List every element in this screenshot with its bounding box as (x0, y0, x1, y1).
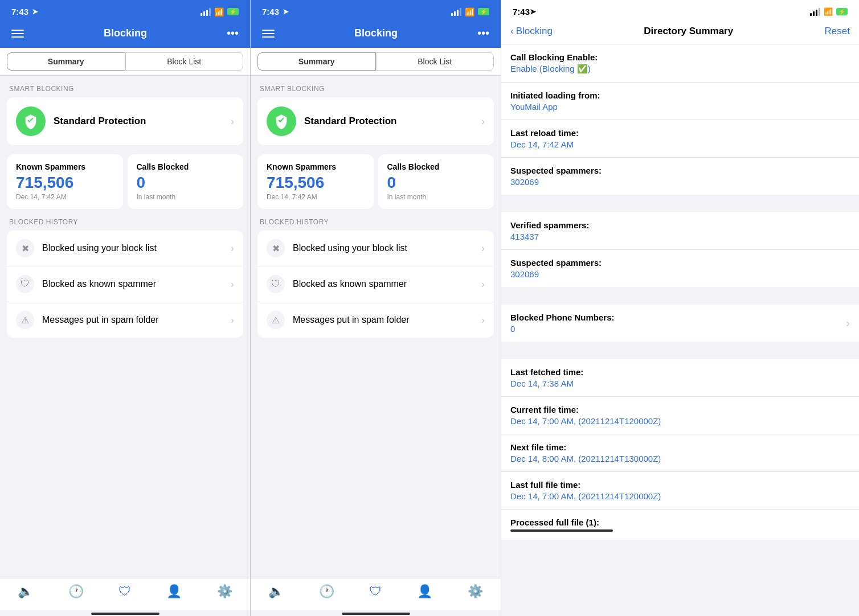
info-row-blocked-phones[interactable]: Blocked Phone Numbers: 0 › (501, 305, 859, 342)
next-file-key: Next file time: (510, 442, 850, 452)
history-label-1-1: Blocked using your block list (42, 243, 223, 253)
tab-summary-1[interactable]: Summary (7, 52, 125, 71)
back-chevron-icon: ‹ (510, 26, 514, 37)
spam-folder-icon-1: ⚠ (16, 311, 34, 329)
history-item-1-1[interactable]: ✖ Blocked using your block list › (7, 231, 243, 266)
info-section-4: Last fetched time: Dec 14, 7:38 AM Curre… (501, 359, 859, 540)
blocked-phones-chevron: › (846, 317, 850, 330)
history-item-2-3[interactable]: ⚠ Messages put in spam folder › (257, 302, 494, 338)
clock-icon-1: 🕐 (68, 584, 84, 599)
bottom-tab-settings-1[interactable]: ⚙️ (217, 584, 232, 599)
next-file-value: Dec 14, 8:00 AM, (20211214T130000Z) (510, 454, 850, 463)
history-chevron-1-1: › (231, 243, 234, 254)
protection-row-2[interactable]: Standard Protection › (257, 97, 494, 145)
smart-blocking-label-2: SMART BLOCKING (257, 85, 494, 93)
info-section-1: Call Blocking Enable: Enable (Blocking ✅… (501, 44, 859, 195)
back-button[interactable]: ‹ Blocking (510, 26, 553, 37)
processed-key: Processed full file (1): (510, 518, 850, 527)
person-icon-2: 👤 (417, 584, 432, 599)
suspected-1-key: Suspected spammers: (510, 166, 850, 175)
hamburger-menu-1[interactable] (11, 30, 24, 38)
info-row-last-full-file: Last full file time: Dec 14, 7:00 AM, (2… (501, 472, 859, 510)
last-full-file-value: Dec 14, 7:00 AM, (20211214T120000Z) (510, 491, 850, 501)
current-file-key: Current file time: (510, 405, 850, 414)
history-item-1-2[interactable]: 🛡 Blocked as known spammer › (7, 266, 243, 302)
bottom-bar-2: 🔈 🕐 🛡 👤 ⚙️ (251, 578, 501, 610)
history-chevron-2-2: › (481, 278, 485, 290)
info-row-current-file: Current file time: Dec 14, 7:00 AM, (202… (501, 397, 859, 434)
history-item-2-1[interactable]: ✖ Blocked using your block list › (257, 231, 494, 266)
phone-panel-1: 7:43 ➤ 📶 ⚡ Blocking ••• Summary Block Li… (0, 0, 251, 616)
nav-title-2: Blocking (354, 27, 398, 39)
bottom-tab-blocking-2[interactable]: 🛡 (369, 584, 382, 599)
more-options-1[interactable]: ••• (227, 27, 239, 40)
battery-icon-2: ⚡ (478, 8, 489, 15)
calls-blocked-card-1: Calls Blocked 0 In last month (128, 154, 244, 209)
spammer-icon-1: 🛡 (16, 275, 34, 293)
info-row-suspected-2: Suspected spammers: 302069 (501, 250, 859, 287)
home-indicator-2 (251, 610, 501, 616)
battery-icon-1: ⚡ (227, 8, 239, 15)
hamburger-menu-2[interactable] (262, 30, 275, 38)
last-full-file-key: Last full file time: (510, 480, 850, 490)
signal-icon-2 (451, 8, 461, 16)
block-list-icon-2: ✖ (267, 239, 285, 257)
tab-summary-2[interactable]: Summary (257, 52, 376, 71)
protection-row-1[interactable]: Standard Protection › (7, 97, 243, 145)
shield-icon-2 (267, 106, 296, 136)
last-fetched-key: Last fetched time: (510, 367, 850, 377)
calls-blocked-value-2: 0 (387, 174, 485, 192)
bottom-tab-voicemail-2[interactable]: 🔈 (268, 584, 284, 599)
protection-label-2: Standard Protection (304, 116, 473, 127)
gear-icon-2: ⚙️ (468, 584, 483, 599)
history-chevron-2-3: › (481, 314, 485, 326)
known-spammers-value-2: 715,506 (267, 174, 365, 192)
bottom-tab-recents-1[interactable]: 🕐 (68, 584, 84, 599)
bottom-tab-settings-2[interactable]: ⚙️ (468, 584, 483, 599)
right-wifi-icon: 📶 (824, 7, 833, 16)
right-nav: ‹ Blocking Directory Summary Reset (501, 21, 859, 44)
bottom-tab-blocking-1[interactable]: 🛡 (118, 584, 131, 599)
history-card-2: ✖ Blocked using your block list › 🛡 Bloc… (257, 231, 494, 338)
person-icon-1: 👤 (166, 584, 182, 599)
initiated-key: Initiated loading from: (510, 91, 850, 100)
bottom-tab-voicemail-1[interactable]: 🔈 (18, 584, 33, 599)
section-divider-3 (501, 342, 859, 359)
info-row-processed: Processed full file (1): (501, 510, 859, 540)
call-blocking-value[interactable]: Enable (Blocking ✅) (510, 64, 850, 74)
protection-card-2: Standard Protection › (257, 97, 494, 145)
right-location-icon: ➤ (530, 7, 536, 16)
tab-blocklist-2[interactable]: Block List (376, 52, 494, 71)
blocked-phones-row-arrow: Blocked Phone Numbers: 0 › (510, 313, 850, 334)
chevron-icon-2: › (481, 116, 485, 128)
suspected-2-value: 302069 (510, 269, 850, 279)
shield-icon-1 (16, 106, 46, 136)
bottom-tab-recents-2[interactable]: 🕐 (319, 584, 334, 599)
stats-row-1: Known Spammers 715,506 Dec 14, 7:42 AM C… (7, 154, 243, 218)
home-indicator-1 (0, 610, 250, 616)
bottom-tab-contacts-2[interactable]: 👤 (417, 584, 432, 599)
voicemail-icon-1: 🔈 (18, 584, 33, 599)
history-label-2-3: Messages put in spam folder (293, 315, 473, 325)
blocked-phones-value: 0 (510, 324, 846, 334)
more-options-2[interactable]: ••• (477, 27, 489, 40)
voicemail-icon-2: 🔈 (268, 584, 284, 599)
known-spammers-sub-2: Dec 14, 7:42 AM (267, 193, 365, 201)
clock-icon-2: 🕐 (319, 584, 334, 599)
smart-blocking-label-1: SMART BLOCKING (7, 85, 243, 93)
reset-button[interactable]: Reset (825, 26, 850, 37)
history-item-2-2[interactable]: 🛡 Blocked as known spammer › (257, 266, 494, 302)
right-status-icons: 📶 ⚡ (810, 7, 848, 16)
tab-blocklist-1[interactable]: Block List (125, 52, 244, 71)
calls-blocked-card-2: Calls Blocked 0 In last month (378, 154, 494, 209)
time-2: 7:43 (262, 7, 279, 17)
home-bar-1 (91, 613, 159, 615)
info-row-last-reload: Last reload time: Dec 14, 7:42 AM (501, 120, 859, 158)
verified-key: Verified spammers: (510, 220, 850, 230)
initiated-value[interactable]: YouMail App (510, 102, 850, 112)
info-row-call-blocking: Call Blocking Enable: Enable (Blocking ✅… (501, 44, 859, 83)
info-row-verified: Verified spammers: 413437 (501, 212, 859, 250)
bottom-tab-contacts-1[interactable]: 👤 (166, 584, 182, 599)
history-item-1-3[interactable]: ⚠ Messages put in spam folder › (7, 302, 243, 338)
location-icon-1: ➤ (32, 7, 38, 16)
